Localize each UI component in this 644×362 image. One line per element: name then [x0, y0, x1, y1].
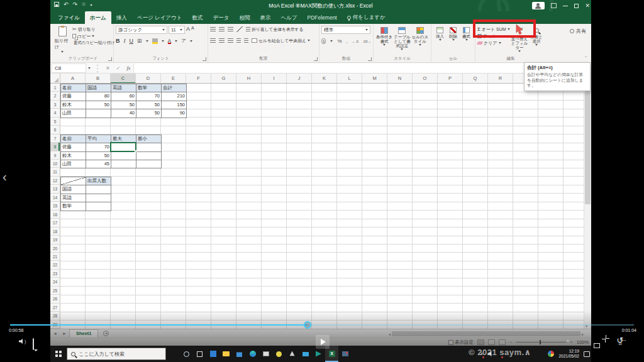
sheet-tab-sheet1[interactable]: Sheet1 [69, 329, 99, 337]
progress-bar[interactable] [10, 324, 634, 326]
sheet-cell[interactable] [136, 151, 162, 160]
column-header[interactable]: I [262, 74, 287, 84]
previous-video-icon[interactable]: ‹ [3, 170, 7, 184]
row-header[interactable]: 10 [50, 160, 60, 168]
sheet-cell[interactable]: 210 [161, 92, 187, 101]
fill-color-icon[interactable] [152, 38, 158, 44]
edge-browser-icon[interactable] [246, 346, 259, 362]
font-dialog-launcher[interactable] [203, 57, 206, 61]
format-cells-button[interactable]: 書式 [460, 26, 473, 55]
row-header[interactable]: 21 [50, 253, 60, 261]
row-header[interactable]: 9 [50, 151, 60, 160]
row-header[interactable]: 13 [50, 185, 60, 193]
sheet-header-cell[interactable]: 平均 [86, 134, 111, 143]
tab-data[interactable]: データ [208, 11, 234, 24]
column-header[interactable]: J [287, 74, 312, 84]
italic-button[interactable]: I [124, 38, 126, 44]
row-header[interactable]: 15 [50, 202, 60, 210]
account-avatar[interactable] [532, 2, 545, 9]
close-button[interactable]: ✕ [585, 3, 590, 9]
row-header[interactable]: 11 [50, 168, 60, 176]
row-header[interactable]: 8 [50, 143, 60, 151]
borders-icon[interactable]: ⊞ [137, 38, 142, 44]
delete-cells-button[interactable]: 削除 [447, 26, 460, 55]
align-top-icon[interactable] [210, 27, 216, 31]
tab-help[interactable]: ヘルプ [275, 11, 302, 24]
tab-formulas[interactable]: 数式 [187, 11, 208, 24]
name-box-dropdown-icon[interactable] [88, 67, 91, 69]
sheet-cell[interactable]: 佐藤 [60, 143, 86, 151]
wrap-text-button[interactable]: 折り返して全体を表示する [246, 26, 304, 33]
row-header[interactable]: 17 [50, 219, 60, 227]
sheet-cell[interactable] [86, 109, 111, 118]
sheet-header-cell[interactable]: 最小 [136, 134, 162, 143]
row-header[interactable]: 12 [50, 177, 60, 185]
percent-icon[interactable]: % [337, 38, 341, 44]
sheet-cell[interactable]: 70 [86, 143, 111, 151]
more-options-icon[interactable]: ⋯ [620, 337, 627, 344]
app-yellow-icon[interactable] [272, 346, 286, 362]
fill-handle[interactable] [135, 150, 136, 152]
increase-decimal-icon[interactable]: ←.0 [352, 40, 358, 43]
vertical-scrollbar[interactable]: ▾ [584, 74, 591, 329]
insert-function-icon[interactable]: fx [123, 65, 133, 71]
column-header[interactable]: O [413, 74, 438, 84]
increase-indent-icon[interactable] [244, 38, 248, 43]
currency-icon[interactable]: $ [321, 38, 326, 44]
vertical-scrollbar-thumb[interactable] [585, 79, 591, 204]
sheet-cell[interactable]: 佐藤 [60, 92, 86, 101]
merge-center-button[interactable]: セルを結合して中央揃え [252, 37, 310, 44]
comments-button[interactable] [33, 339, 34, 350]
sheet-cell[interactable]: 50 [86, 101, 111, 109]
sheet-cell[interactable]: 80 [86, 92, 111, 101]
sheet-cell[interactable]: 山田 [60, 109, 86, 118]
row-header[interactable]: 19 [50, 236, 60, 244]
sheet-header-cell[interactable]: 国語 [86, 84, 111, 92]
sheet-cell[interactable]: 50 [136, 109, 162, 118]
volume-button[interactable]: ) [19, 339, 26, 344]
task-view-icon[interactable] [193, 346, 206, 362]
column-header[interactable]: K [312, 74, 337, 84]
font-color-icon[interactable]: A [168, 38, 172, 44]
align-middle-icon[interactable] [219, 27, 225, 31]
new-sheet-icon[interactable]: + [103, 331, 109, 336]
grid-body[interactable]: 1234567891011121314151617181920212223242… [50, 84, 584, 329]
scroll-left-icon[interactable]: ◂ [389, 332, 391, 336]
align-center-icon[interactable] [219, 38, 225, 43]
column-header[interactable]: B [86, 74, 111, 84]
phonetic-guide-icon[interactable]: ア [181, 38, 186, 44]
conditional-formatting-button[interactable]: 条件付き書式 [375, 26, 393, 55]
tab-pdfelement[interactable]: PDFelement [302, 11, 341, 24]
column-header[interactable]: L [337, 74, 362, 84]
formula-input[interactable] [133, 63, 590, 73]
row-header[interactable]: 1 [50, 84, 60, 92]
sheet-cell[interactable] [111, 160, 136, 168]
sheet-header-cell[interactable]: 出席人数 [86, 177, 111, 185]
tab-insert[interactable]: 挿入 [111, 11, 132, 24]
row-header[interactable]: 27 [50, 304, 60, 312]
sheet-header-cell[interactable]: 名前 [60, 84, 86, 92]
clear-button[interactable]: クリア [477, 40, 513, 47]
sheet-cell[interactable] [86, 185, 111, 194]
row-header[interactable]: 3 [50, 101, 60, 109]
tab-review[interactable]: 校閲 [234, 11, 255, 24]
tab-page-layout[interactable]: ページ レイアウト [132, 11, 187, 24]
sheet-cell[interactable]: 70 [136, 92, 162, 101]
row-header[interactable]: 28 [50, 312, 60, 320]
row-header[interactable]: 24 [50, 278, 60, 286]
column-header[interactable]: C [111, 74, 136, 84]
align-bottom-icon[interactable] [228, 27, 233, 31]
sheet-cell[interactable]: 国語 [60, 185, 86, 194]
tab-home[interactable]: ホーム [85, 11, 111, 24]
sheet-cell[interactable]: 数学 [60, 202, 86, 211]
row-header[interactable]: 18 [50, 228, 60, 236]
decrease-decimal-icon[interactable]: .00→ [363, 40, 371, 43]
paste-button[interactable]: 貼り付け [55, 26, 70, 54]
row-header[interactable]: 22 [50, 261, 60, 269]
tab-view[interactable]: 表示 [255, 11, 275, 24]
column-header[interactable]: Q [463, 74, 488, 84]
cancel-icon[interactable]: ✕ [103, 65, 113, 71]
row-header[interactable]: 7 [50, 134, 60, 143]
font-size-select[interactable]: 11 [169, 26, 185, 34]
row-header[interactable]: 16 [50, 211, 60, 219]
